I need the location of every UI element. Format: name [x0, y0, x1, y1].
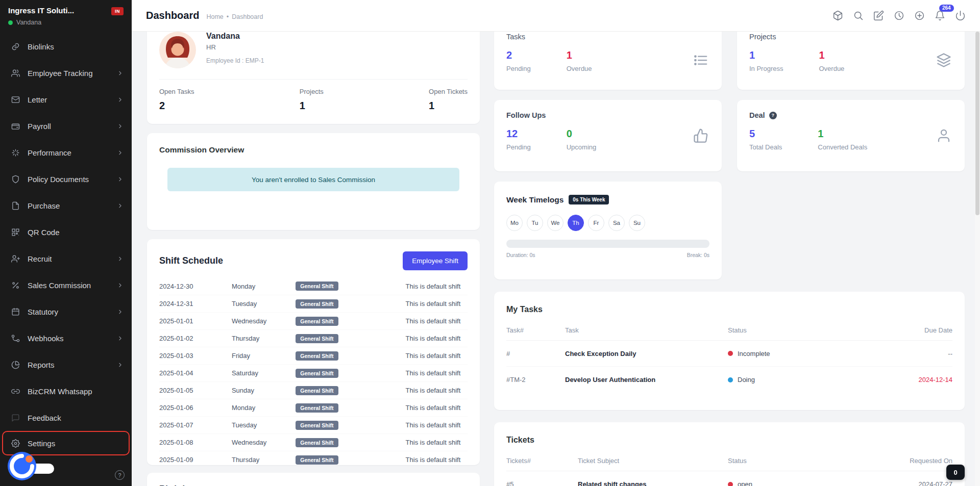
shift-row[interactable]: 2025-01-01WednesdayGeneral ShiftThis is … [159, 312, 468, 329]
shift-row[interactable]: 2024-12-30MondayGeneral ShiftThis is def… [159, 277, 468, 295]
gear-icon [11, 439, 20, 448]
help-icon[interactable]: ? [769, 112, 777, 119]
day-pill-th[interactable]: Th [568, 215, 584, 231]
sidebar-item-label: Statutory [28, 308, 109, 316]
sidebar-item-label: Feedback [28, 414, 124, 422]
bell-icon[interactable]: 264 [935, 10, 945, 21]
breadcrumb-current: Dashboard [232, 13, 263, 20]
task-status: Doing [738, 376, 755, 383]
shift-badge: General Shift [296, 334, 338, 343]
package-icon[interactable] [832, 10, 843, 21]
shift-row[interactable]: 2025-01-05SundayGeneral ShiftThis is def… [159, 381, 468, 399]
users-icon [11, 69, 20, 78]
my-tasks-header-row: Task# Task Status Due Date [506, 326, 952, 341]
sidebar-item-biolinks[interactable]: Biolinks [0, 33, 132, 60]
breadcrumb-home[interactable]: Home [206, 13, 223, 20]
employee-role: HR [206, 43, 264, 51]
day-pill-tu[interactable]: Tu [527, 215, 543, 231]
sidebar-item-webhooks[interactable]: Webhooks [0, 325, 132, 351]
sidebar-item-feedback[interactable]: Feedback [0, 404, 132, 431]
sidebar-item-label: Sales Commission [28, 281, 109, 290]
sidebar-item-recruit[interactable]: Recruit [0, 245, 132, 272]
shift-row[interactable]: 2025-01-09ThursdayGeneral ShiftThis is d… [159, 451, 468, 465]
deal-total-count: 5 [749, 128, 782, 140]
scrollbar-thumb[interactable] [975, 32, 979, 215]
sidebar-item-purchase[interactable]: Purchase [0, 192, 132, 219]
webhook-icon [11, 334, 20, 343]
notification-count-badge: 264 [939, 5, 954, 12]
commission-title: Commission Overview [159, 145, 468, 155]
day-pill-su[interactable]: Su [629, 215, 645, 231]
sidebar-item-label: QR Code [28, 228, 124, 237]
sidebar-header: Ingress IT Soluti... IN Vandana [0, 0, 132, 30]
shift-row[interactable]: 2025-01-07TuesdayGeneral ShiftThis is de… [159, 416, 468, 433]
qr-code-icon [11, 228, 20, 237]
search-icon[interactable] [853, 10, 864, 21]
sidebar-item-reports[interactable]: Reports [0, 351, 132, 378]
employee-shift-button[interactable]: Employee Shift [403, 251, 468, 270]
day-pill-mo[interactable]: Mo [506, 215, 523, 231]
stat-open-tasks: Open Tasks 2 [159, 88, 194, 112]
sidebar-item-policy-documents[interactable]: Policy Documents [0, 166, 132, 192]
employee-id: Employee Id : EMP-1 [206, 57, 264, 64]
task-row[interactable]: #TM-2 Develop User Authentication Doing … [506, 367, 952, 393]
deal-widget: Deal ? 5Total Deals 1Converted Deals [737, 100, 965, 171]
sidebar-item-payroll[interactable]: Payroll [0, 113, 132, 139]
clock-icon[interactable] [894, 10, 904, 21]
sidebar-item-performance[interactable]: Performance [0, 139, 132, 166]
shift-row[interactable]: 2025-01-06MondayGeneral ShiftThis is def… [159, 399, 468, 416]
week-timelogs-card: Week Timelogs 0s This Week Mo Tu We Th F… [494, 182, 722, 279]
chevron-right-icon [117, 282, 124, 289]
topbar: Dashboard Home • Dashboard 264 [132, 0, 980, 32]
ticket-row[interactable]: #5 Related shift changes open 2024-07-27 [506, 471, 952, 486]
stat-open-tickets: Open Tickets 1 [429, 88, 468, 112]
power-icon[interactable] [955, 10, 966, 21]
chevron-right-icon [117, 362, 124, 368]
shift-badge: General Shift [296, 421, 338, 430]
sidebar-item-employee-tracking[interactable]: Employee Tracking [0, 60, 132, 86]
shift-row[interactable]: 2025-01-08WednesdayGeneral ShiftThis is … [159, 433, 468, 451]
task-row[interactable]: # Check Exception Daily Incomplete -- [506, 341, 952, 367]
tasks-pending-count: 2 [506, 49, 531, 61]
tasks-overdue-count: 1 [567, 49, 592, 61]
sidebar-item-label: Letter [28, 95, 109, 104]
shift-row[interactable]: 2025-01-03FridayGeneral ShiftThis is def… [159, 347, 468, 364]
company-badge: IN [111, 7, 124, 15]
shift-badge: General Shift [296, 438, 338, 447]
shift-schedule-title: Shift Schedule [159, 255, 223, 266]
chain-icon [11, 387, 20, 396]
page-scrollbar[interactable] [975, 32, 980, 486]
app-root: Ingress IT Soluti... IN Vandana Biolinks… [0, 0, 980, 486]
sidebar-item-sales-commission[interactable]: Sales Commission [0, 272, 132, 298]
note-icon[interactable] [873, 10, 884, 21]
projects-widget-title: Projects [749, 33, 952, 41]
help-icon[interactable]: ? [115, 470, 125, 480]
company-name[interactable]: Ingress IT Soluti... [8, 6, 74, 15]
projects-overdue-count: 1 [819, 49, 844, 61]
break-label: Break: 0s [687, 252, 709, 258]
avatar [159, 32, 196, 68]
sidebar-item-bizcrm-whatsapp[interactable]: BizCRM Whatsapp [0, 378, 132, 404]
tickets-header-row: Tickets# Ticket Subject Status Requested… [506, 457, 952, 471]
sidebar-user-name: Vandana [16, 19, 41, 26]
shift-row[interactable]: 2025-01-02ThursdayGeneral ShiftThis is d… [159, 329, 468, 347]
floating-counter-badge[interactable]: 0 [946, 465, 965, 480]
day-pill-fr[interactable]: Fr [588, 215, 604, 231]
main-area: Dashboard Home • Dashboard 264 [132, 0, 980, 486]
sidebar-item-letter[interactable]: Letter [0, 86, 132, 113]
shift-row[interactable]: 2024-12-31TuesdayGeneral ShiftThis is de… [159, 295, 468, 312]
sidebar-item-statutory[interactable]: Statutory [0, 298, 132, 325]
projects-widget: Projects 1In Progress 1Overdue [737, 32, 965, 90]
ticket-status: open [738, 480, 752, 486]
app-logo[interactable] [6, 450, 38, 482]
day-pill-sa[interactable]: Sa [608, 215, 625, 231]
online-status-dot [8, 20, 13, 25]
shift-badge: General Shift [296, 369, 338, 378]
sidebar: Ingress IT Soluti... IN Vandana Biolinks… [0, 0, 132, 486]
shift-row[interactable]: 2025-01-04SaturdayGeneral ShiftThis is d… [159, 364, 468, 381]
plus-circle-icon[interactable] [914, 10, 925, 21]
user-icon [936, 128, 951, 143]
sidebar-item-qr-code[interactable]: QR Code [0, 219, 132, 245]
day-pill-we[interactable]: We [547, 215, 564, 231]
chevron-right-icon [117, 96, 124, 103]
